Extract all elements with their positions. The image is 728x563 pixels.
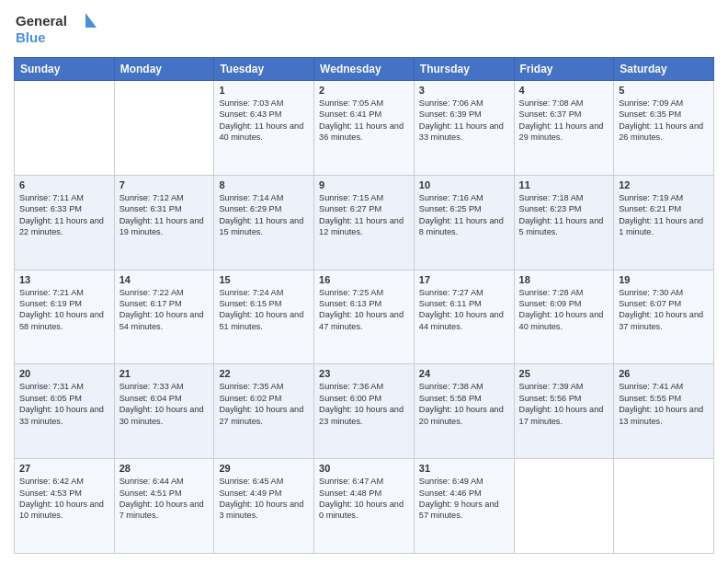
day-number: 19 (619, 274, 709, 285)
calendar-cell: 12Sunrise: 7:19 AM Sunset: 6:21 PM Dayli… (614, 175, 714, 270)
calendar-cell: 28Sunrise: 6:44 AM Sunset: 4:51 PM Dayli… (114, 459, 214, 554)
day-number: 4 (519, 85, 609, 96)
cell-info: Sunrise: 7:36 AM Sunset: 6:00 PM Dayligh… (319, 381, 409, 427)
day-header-sunday: Sunday (15, 58, 115, 81)
calendar-cell: 15Sunrise: 7:24 AM Sunset: 6:15 PM Dayli… (214, 270, 314, 364)
day-number: 9 (319, 179, 409, 190)
cell-info: Sunrise: 7:24 AM Sunset: 6:15 PM Dayligh… (219, 287, 309, 333)
day-number: 23 (319, 368, 409, 379)
cell-info: Sunrise: 7:19 AM Sunset: 6:21 PM Dayligh… (619, 192, 709, 238)
day-number: 22 (219, 368, 309, 379)
cell-info: Sunrise: 7:30 AM Sunset: 6:07 PM Dayligh… (619, 287, 709, 333)
calendar-cell: 25Sunrise: 7:39 AM Sunset: 5:56 PM Dayli… (514, 364, 614, 459)
cell-info: Sunrise: 7:25 AM Sunset: 6:13 PM Dayligh… (319, 287, 409, 333)
day-header-friday: Friday (514, 58, 614, 81)
calendar-cell: 21Sunrise: 7:33 AM Sunset: 6:04 PM Dayli… (114, 364, 214, 459)
day-number: 10 (419, 179, 509, 190)
cell-info: Sunrise: 7:08 AM Sunset: 6:37 PM Dayligh… (519, 98, 609, 144)
calendar-cell: 5Sunrise: 7:09 AM Sunset: 6:35 PM Daylig… (614, 81, 714, 176)
cell-info: Sunrise: 7:16 AM Sunset: 6:25 PM Dayligh… (419, 192, 509, 238)
cell-info: Sunrise: 7:33 AM Sunset: 6:04 PM Dayligh… (119, 381, 210, 427)
calendar-cell (15, 81, 115, 176)
calendar-cell: 2Sunrise: 7:05 AM Sunset: 6:41 PM Daylig… (314, 81, 415, 176)
day-number: 30 (319, 463, 409, 474)
day-number: 14 (119, 274, 210, 285)
day-number: 17 (419, 274, 509, 285)
calendar-cell: 27Sunrise: 6:42 AM Sunset: 4:53 PM Dayli… (15, 459, 115, 554)
day-number: 29 (219, 463, 309, 474)
cell-info: Sunrise: 6:45 AM Sunset: 4:49 PM Dayligh… (219, 476, 309, 522)
calendar-table: SundayMondayTuesdayWednesdayThursdayFrid… (14, 57, 714, 554)
calendar-week-row: 27Sunrise: 6:42 AM Sunset: 4:53 PM Dayli… (15, 459, 714, 554)
day-number: 15 (219, 274, 309, 285)
svg-text:General: General (16, 13, 67, 29)
day-header-monday: Monday (114, 58, 214, 81)
calendar-week-row: 1Sunrise: 7:03 AM Sunset: 6:43 PM Daylig… (15, 81, 714, 176)
cell-info: Sunrise: 7:39 AM Sunset: 5:56 PM Dayligh… (519, 381, 609, 427)
calendar-cell: 6Sunrise: 7:11 AM Sunset: 6:33 PM Daylig… (15, 175, 115, 270)
cell-info: Sunrise: 7:18 AM Sunset: 6:23 PM Dayligh… (519, 192, 609, 238)
day-number: 28 (119, 463, 210, 474)
cell-info: Sunrise: 7:41 AM Sunset: 5:55 PM Dayligh… (619, 381, 709, 427)
calendar-cell: 11Sunrise: 7:18 AM Sunset: 6:23 PM Dayli… (514, 175, 614, 270)
day-header-saturday: Saturday (614, 58, 714, 81)
day-number: 16 (319, 274, 409, 285)
cell-info: Sunrise: 7:27 AM Sunset: 6:11 PM Dayligh… (419, 287, 509, 333)
day-number: 26 (619, 368, 709, 379)
calendar-cell: 14Sunrise: 7:22 AM Sunset: 6:17 PM Dayli… (114, 270, 214, 364)
calendar-cell: 20Sunrise: 7:31 AM Sunset: 6:05 PM Dayli… (15, 364, 115, 459)
cell-info: Sunrise: 7:03 AM Sunset: 6:43 PM Dayligh… (219, 98, 309, 144)
day-number: 18 (519, 274, 609, 285)
cell-info: Sunrise: 7:05 AM Sunset: 6:41 PM Dayligh… (319, 98, 409, 144)
calendar-cell: 30Sunrise: 6:47 AM Sunset: 4:48 PM Dayli… (314, 459, 415, 554)
day-number: 2 (319, 85, 409, 96)
calendar-cell: 29Sunrise: 6:45 AM Sunset: 4:49 PM Dayli… (214, 459, 314, 554)
calendar-cell: 9Sunrise: 7:15 AM Sunset: 6:27 PM Daylig… (314, 175, 415, 270)
cell-info: Sunrise: 7:15 AM Sunset: 6:27 PM Dayligh… (319, 192, 409, 238)
day-number: 11 (519, 179, 609, 190)
cell-info: Sunrise: 6:47 AM Sunset: 4:48 PM Dayligh… (319, 476, 409, 522)
calendar-header-row: SundayMondayTuesdayWednesdayThursdayFrid… (15, 58, 714, 81)
cell-info: Sunrise: 6:44 AM Sunset: 4:51 PM Dayligh… (119, 476, 210, 522)
calendar-cell: 4Sunrise: 7:08 AM Sunset: 6:37 PM Daylig… (514, 81, 614, 176)
day-number: 12 (619, 179, 709, 190)
calendar-week-row: 6Sunrise: 7:11 AM Sunset: 6:33 PM Daylig… (15, 175, 714, 270)
day-number: 1 (219, 85, 309, 96)
calendar-cell: 7Sunrise: 7:12 AM Sunset: 6:31 PM Daylig… (114, 175, 214, 270)
cell-info: Sunrise: 7:28 AM Sunset: 6:09 PM Dayligh… (519, 287, 609, 333)
day-number: 13 (19, 274, 109, 285)
logo: General Blue (14, 9, 106, 50)
calendar-cell: 13Sunrise: 7:21 AM Sunset: 6:19 PM Dayli… (15, 270, 115, 364)
calendar-cell: 16Sunrise: 7:25 AM Sunset: 6:13 PM Dayli… (314, 270, 415, 364)
day-number: 24 (419, 368, 509, 379)
day-number: 25 (519, 368, 609, 379)
page-header: General Blue (14, 9, 714, 50)
calendar-week-row: 13Sunrise: 7:21 AM Sunset: 6:19 PM Dayli… (15, 270, 714, 364)
calendar-cell: 24Sunrise: 7:38 AM Sunset: 5:58 PM Dayli… (414, 364, 514, 459)
calendar-cell (514, 459, 614, 554)
day-header-tuesday: Tuesday (214, 58, 314, 81)
day-number: 5 (619, 85, 709, 96)
day-number: 7 (119, 179, 210, 190)
day-number: 21 (119, 368, 210, 379)
cell-info: Sunrise: 7:14 AM Sunset: 6:29 PM Dayligh… (219, 192, 309, 238)
day-number: 8 (219, 179, 309, 190)
calendar-cell: 22Sunrise: 7:35 AM Sunset: 6:02 PM Dayli… (214, 364, 314, 459)
calendar-cell: 17Sunrise: 7:27 AM Sunset: 6:11 PM Dayli… (414, 270, 514, 364)
day-number: 6 (19, 179, 109, 190)
cell-info: Sunrise: 7:22 AM Sunset: 6:17 PM Dayligh… (119, 287, 210, 333)
calendar-cell (114, 81, 214, 176)
calendar-cell: 18Sunrise: 7:28 AM Sunset: 6:09 PM Dayli… (514, 270, 614, 364)
cell-info: Sunrise: 6:42 AM Sunset: 4:53 PM Dayligh… (19, 476, 109, 522)
cell-info: Sunrise: 6:49 AM Sunset: 4:46 PM Dayligh… (419, 476, 509, 522)
svg-text:Blue: Blue (16, 29, 46, 45)
calendar-cell: 31Sunrise: 6:49 AM Sunset: 4:46 PM Dayli… (414, 459, 514, 554)
day-number: 20 (19, 368, 109, 379)
cell-info: Sunrise: 7:06 AM Sunset: 6:39 PM Dayligh… (419, 98, 509, 144)
cell-info: Sunrise: 7:38 AM Sunset: 5:58 PM Dayligh… (419, 381, 509, 427)
calendar-cell: 23Sunrise: 7:36 AM Sunset: 6:00 PM Dayli… (314, 364, 415, 459)
calendar-cell: 8Sunrise: 7:14 AM Sunset: 6:29 PM Daylig… (214, 175, 314, 270)
calendar-cell (614, 459, 714, 554)
day-number: 27 (19, 463, 109, 474)
svg-marker-2 (85, 13, 97, 28)
